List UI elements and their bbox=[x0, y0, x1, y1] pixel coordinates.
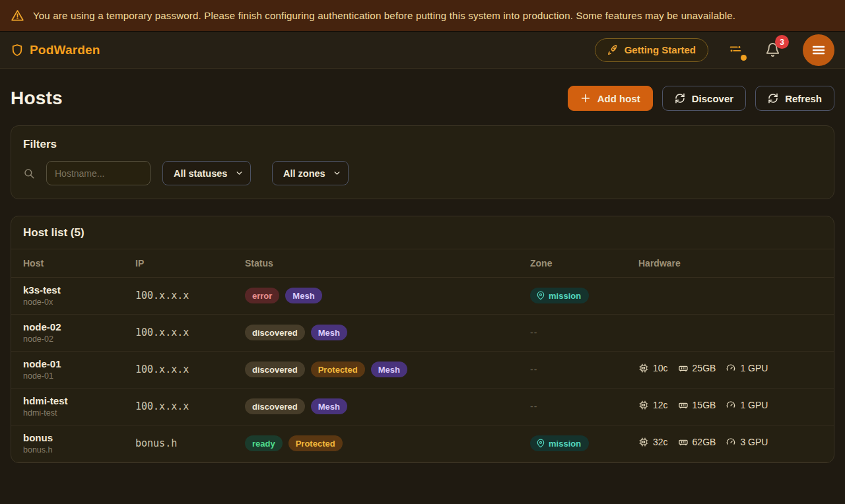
status-badge-mesh: Mesh bbox=[311, 398, 347, 414]
host-row[interactable]: bonusbonus.hbonus.hreadyProtectedmission… bbox=[11, 425, 834, 462]
host-name: hdmi-test bbox=[23, 395, 117, 406]
add-host-button[interactable]: Add host bbox=[568, 86, 653, 111]
col-status: Status bbox=[233, 249, 518, 278]
hardware-memory: 25GB bbox=[678, 363, 716, 373]
gpu-icon bbox=[726, 437, 736, 447]
zone-badge: mission bbox=[530, 288, 589, 303]
main-content: Hosts Add host Discover bbox=[0, 86, 845, 463]
host-subname: hdmi-test bbox=[23, 408, 117, 418]
brand[interactable]: PodWarden bbox=[11, 43, 100, 57]
brand-name: PodWarden bbox=[30, 43, 100, 57]
cpu-icon bbox=[638, 437, 649, 447]
col-ip: IP bbox=[123, 249, 233, 278]
gpu-icon bbox=[726, 363, 736, 373]
host-hardware: 12c15GB1 GPU bbox=[626, 389, 834, 425]
plus-icon bbox=[580, 93, 591, 104]
memory-icon bbox=[678, 363, 689, 373]
host-zone: -- bbox=[518, 352, 626, 389]
refresh-button[interactable]: Refresh bbox=[755, 86, 834, 111]
page-actions: Add host Discover Refresh bbox=[568, 86, 834, 111]
notifications-button[interactable]: 3 bbox=[764, 41, 782, 59]
memory-icon bbox=[678, 400, 689, 410]
host-zone: -- bbox=[518, 315, 626, 352]
hardware-cpu: 12c bbox=[638, 400, 668, 410]
hardware-gpu: 3 GPU bbox=[726, 437, 768, 447]
host-hardware bbox=[626, 315, 834, 352]
col-hardware: Hardware bbox=[626, 249, 834, 278]
hardware-memory: 62GB bbox=[678, 437, 716, 447]
sliders-icon bbox=[728, 43, 743, 57]
host-row[interactable]: hdmi-testhdmi-test100.x.x.xdiscoveredMes… bbox=[11, 389, 834, 425]
host-zone: mission bbox=[518, 425, 626, 462]
host-ip: 100.x.x.x bbox=[123, 389, 233, 425]
status-badge-discovered: discovered bbox=[245, 362, 305, 377]
host-list-title: Host list (5) bbox=[23, 226, 822, 239]
hardware-gpu: 1 GPU bbox=[726, 400, 768, 410]
host-list-card: Host list (5) Host IP Status Zone Hardwa… bbox=[11, 216, 834, 463]
host-row[interactable]: k3s-testnode-0x100.x.x.xerrorMeshmission bbox=[11, 278, 834, 315]
hostname-search-input[interactable] bbox=[46, 161, 151, 185]
host-table-header: Host IP Status Zone Hardware bbox=[11, 249, 834, 278]
refresh-icon bbox=[768, 93, 778, 104]
col-host: Host bbox=[11, 249, 123, 278]
host-status: discoveredMesh bbox=[233, 315, 518, 352]
status-badge-discovered: discovered bbox=[245, 398, 305, 414]
host-name: node-02 bbox=[23, 321, 117, 332]
status-badge-ready: ready bbox=[245, 435, 283, 451]
host-ip: 100.x.x.x bbox=[123, 315, 233, 352]
hardware-cpu: 32c bbox=[638, 437, 668, 447]
status-badge-mesh: Mesh bbox=[285, 288, 321, 303]
host-name: k3s-test bbox=[23, 284, 117, 296]
host-ip: 100.x.x.x bbox=[123, 278, 233, 315]
host-subname: node-02 bbox=[23, 334, 117, 344]
host-table-body: k3s-testnode-0x100.x.x.xerrorMeshmission… bbox=[11, 278, 834, 462]
host-subname: bonus.h bbox=[23, 445, 117, 455]
header-actions: Getting Started 3 bbox=[595, 34, 834, 66]
host-hardware: 10c25GB1 GPU bbox=[626, 352, 834, 389]
host-ip: 100.x.x.x bbox=[123, 352, 233, 389]
status-badge-discovered: discovered bbox=[245, 325, 305, 340]
status-badge-mesh: Mesh bbox=[371, 362, 407, 377]
status-filter-select[interactable]: All statuses bbox=[162, 161, 251, 185]
host-status: readyProtected bbox=[233, 425, 518, 462]
col-zone: Zone bbox=[518, 249, 626, 278]
host-name: node-01 bbox=[23, 358, 117, 369]
map-pin-icon bbox=[536, 439, 545, 448]
getting-started-button[interactable]: Getting Started bbox=[595, 38, 708, 62]
hardware-gpu: 1 GPU bbox=[726, 363, 768, 373]
discover-button[interactable]: Discover bbox=[662, 86, 746, 111]
host-subname: node-0x bbox=[23, 298, 117, 307]
warning-text: You are using a temporary password. Plea… bbox=[33, 10, 735, 21]
zone-empty: -- bbox=[530, 364, 537, 375]
host-table: Host IP Status Zone Hardware k3s-testnod… bbox=[11, 249, 834, 462]
filters-card: Filters All statuses All bbox=[11, 125, 834, 199]
search-icon bbox=[23, 168, 35, 179]
menu-button[interactable] bbox=[803, 34, 834, 66]
gpu-icon bbox=[726, 400, 736, 410]
host-status: discoveredProtectedMesh bbox=[233, 352, 518, 389]
host-row[interactable]: node-02node-02100.x.x.xdiscoveredMesh-- bbox=[11, 315, 834, 352]
cpu-icon bbox=[638, 400, 649, 410]
zone-empty: -- bbox=[530, 327, 537, 338]
hamburger-icon bbox=[811, 42, 827, 58]
host-zone: mission bbox=[518, 278, 626, 315]
memory-icon bbox=[678, 437, 689, 447]
host-status: errorMesh bbox=[233, 278, 518, 315]
zone-filter-select[interactable]: All zones bbox=[272, 161, 349, 185]
shield-icon bbox=[11, 43, 24, 57]
quick-settings-dot bbox=[741, 55, 747, 61]
host-hardware: 32c62GB3 GPU bbox=[626, 425, 834, 462]
quick-settings-button[interactable] bbox=[727, 42, 744, 59]
host-ip: bonus.h bbox=[123, 425, 233, 462]
host-hardware bbox=[626, 278, 834, 315]
app-header: PodWarden Getting Started bbox=[0, 32, 845, 69]
host-row[interactable]: node-01node-01100.x.x.xdiscoveredProtect… bbox=[11, 352, 834, 389]
refresh-icon bbox=[675, 93, 685, 104]
zone-badge: mission bbox=[530, 435, 589, 451]
host-zone: -- bbox=[518, 389, 626, 425]
cpu-icon bbox=[638, 363, 649, 373]
warning-banner: You are using a temporary password. Plea… bbox=[0, 0, 845, 32]
zone-empty: -- bbox=[530, 401, 537, 412]
rocket-icon bbox=[607, 44, 619, 55]
hardware-memory: 15GB bbox=[678, 400, 716, 410]
